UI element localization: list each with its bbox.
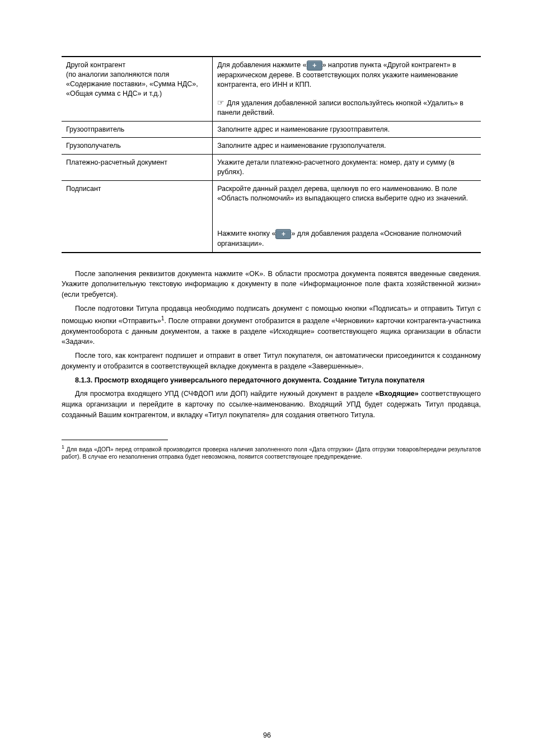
table-cell-left: Подписант (62, 181, 213, 253)
cell-text: Укажите детали платежно-расчетного докум… (217, 158, 476, 177)
table-row: ПодписантРаскройте данный раздел дерева,… (62, 181, 481, 253)
page-number: 96 (0, 731, 534, 739)
paragraph-1: После заполнения реквизитов документа на… (62, 269, 481, 300)
plus-icon[interactable]: + (275, 229, 291, 239)
paragraph-3: После того, как контрагент подпишет и от… (62, 351, 481, 372)
table-cell-left: Другой контрагент(по аналогии заполняютс… (62, 57, 213, 121)
cell-text: Нажмите кнопку «+» для добавления раздел… (217, 229, 476, 249)
body-text: После заполнения реквизитов документа на… (62, 269, 481, 421)
paragraph-2: После подготовки Титула продавца необход… (62, 304, 481, 347)
field-name: Другой контрагент (66, 60, 208, 70)
table-row: Платежно-расчетный документУкажите детал… (62, 155, 481, 181)
field-name: Платежно-расчетный документ (66, 158, 208, 167)
cell-text: Заполните адрес и наименование грузополу… (217, 141, 476, 151)
field-name: Грузоотправитель (66, 125, 208, 134)
field-subtext: (по аналогии заполняются поля «Содержани… (66, 70, 208, 99)
table-cell-right: Раскройте данный раздел дерева, щелкнув … (213, 181, 481, 253)
cell-top-text: Раскройте данный раздел дерева, щелкнув … (217, 184, 476, 203)
field-name: Подписант (66, 184, 208, 194)
table-row: Другой контрагент(по аналогии заполняютс… (62, 57, 481, 121)
paragraph-4: Для просмотра входящего УПД (СЧФДОП или … (62, 389, 481, 420)
table-row: ГрузоотправительЗаполните адрес и наимен… (62, 121, 481, 138)
table-cell-right: Укажите детали платежно-расчетного докум… (213, 155, 481, 181)
cell-text: Для добавления нажмите «+» напротив пунк… (217, 60, 476, 90)
table-row: ГрузополучательЗаполните адрес и наимено… (62, 138, 481, 155)
spec-table: Другой контрагент(по аналогии заполняютс… (62, 56, 481, 253)
hand-icon: ☞ (217, 99, 224, 106)
footnote: 1 Для вида «ДОП» перед отправкой произво… (62, 444, 481, 461)
table-cell-left: Грузополучатель (62, 138, 213, 155)
table-cell-right: Для добавления нажмите «+» напротив пунк… (213, 57, 481, 121)
table-cell-right: Заполните адрес и наименование грузоотпр… (213, 121, 481, 138)
field-name: Грузополучатель (66, 141, 208, 151)
footnote-rule (62, 440, 168, 440)
table-cell-left: Платежно-расчетный документ (62, 155, 213, 181)
plus-icon[interactable]: + (307, 60, 322, 71)
section-heading: 8.1.3. Просмотр входящего универсального… (62, 375, 481, 386)
cell-note: ☞Для удаления добавленной записи восполь… (217, 99, 476, 118)
table-cell-left: Грузоотправитель (62, 121, 213, 138)
cell-text: Заполните адрес и наименование грузоотпр… (217, 125, 476, 134)
table-cell-right: Заполните адрес и наименование грузополу… (213, 138, 481, 155)
